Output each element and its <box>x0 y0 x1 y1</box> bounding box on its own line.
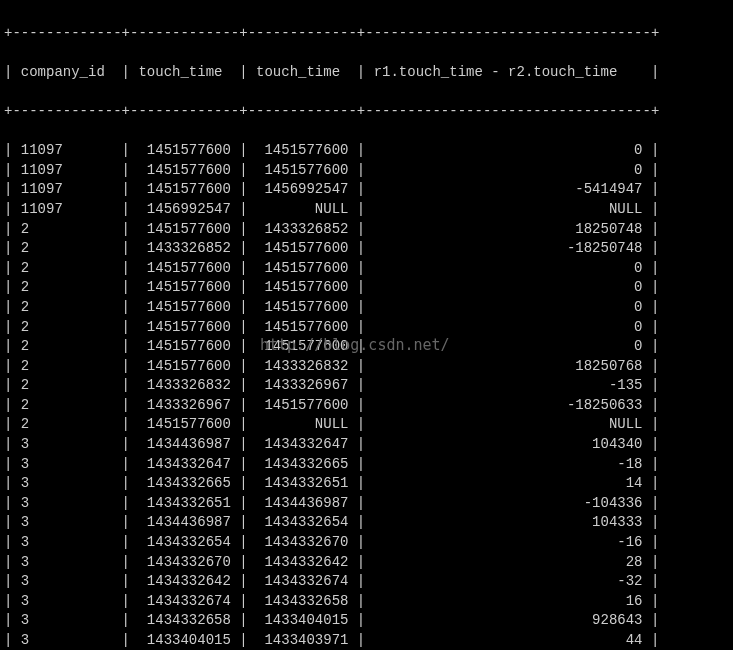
separator-mid: +-------------+-------------+-----------… <box>4 102 729 122</box>
table-row: | 3 | 1434332658 | 1433404015 | 928643 | <box>4 611 729 631</box>
table-row: | 3 | 1434332665 | 1434332651 | 14 | <box>4 474 729 494</box>
table-row: | 3 | 1434436987 | 1434332647 | 104340 | <box>4 435 729 455</box>
header-row: | company_id | touch_time | touch_time |… <box>4 63 729 83</box>
table-row: | 2 | 1451577600 | 1451577600 | 0 | <box>4 298 729 318</box>
table-row: | 3 | 1434332654 | 1434332670 | -16 | <box>4 533 729 553</box>
table-row: | 11097 | 1451577600 | 1456992547 | -541… <box>4 180 729 200</box>
table-row: | 2 | 1433326832 | 1433326967 | -135 | <box>4 376 729 396</box>
table-row: | 2 | 1451577600 | 1451577600 | 0 | <box>4 337 729 357</box>
table-row: | 2 | 1451577600 | 1451577600 | 0 | <box>4 318 729 338</box>
table-row: | 3 | 1433404015 | 1433403971 | 44 | <box>4 631 729 650</box>
table-row: | 3 | 1434332642 | 1434332674 | -32 | <box>4 572 729 592</box>
table-row: | 3 | 1434436987 | 1434332654 | 104333 | <box>4 513 729 533</box>
table-row: | 3 | 1434332670 | 1434332642 | 28 | <box>4 553 729 573</box>
table-row: | 2 | 1433326852 | 1451577600 | -1825074… <box>4 239 729 259</box>
table-row: | 2 | 1451577600 | 1433326852 | 18250748… <box>4 220 729 240</box>
table-row: | 2 | 1451577600 | 1451577600 | 0 | <box>4 278 729 298</box>
table-row: | 3 | 1434332647 | 1434332665 | -18 | <box>4 455 729 475</box>
table-row: | 2 | 1451577600 | NULL | NULL | <box>4 415 729 435</box>
table-row: | 2 | 1451577600 | 1451577600 | 0 | <box>4 259 729 279</box>
sql-output-table: +-------------+-------------+-----------… <box>4 4 729 650</box>
table-row: | 11097 | 1451577600 | 1451577600 | 0 | <box>4 161 729 181</box>
table-row: | 11097 | 1451577600 | 1451577600 | 0 | <box>4 141 729 161</box>
table-row: | 2 | 1433326967 | 1451577600 | -1825063… <box>4 396 729 416</box>
table-row: | 11097 | 1456992547 | NULL | NULL | <box>4 200 729 220</box>
separator-top: +-------------+-------------+-----------… <box>4 24 729 44</box>
table-row: | 3 | 1434332651 | 1434436987 | -104336 … <box>4 494 729 514</box>
table-row: | 2 | 1451577600 | 1433326832 | 18250768… <box>4 357 729 377</box>
table-row: | 3 | 1434332674 | 1434332658 | 16 | <box>4 592 729 612</box>
